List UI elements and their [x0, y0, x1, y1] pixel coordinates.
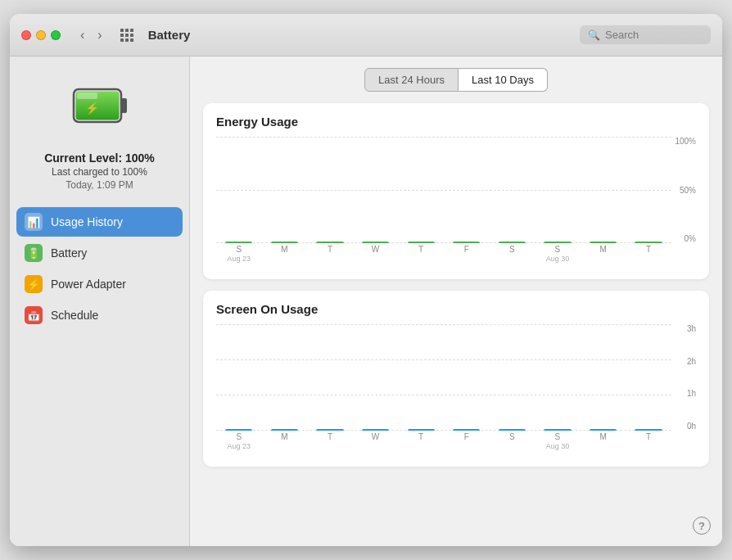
x-day-label: S: [555, 245, 561, 255]
y-label-100: 100%: [675, 137, 696, 146]
sidebar-nav: 📊 Usage History 🔋 Battery ⚡ Power Adapte…: [10, 207, 189, 330]
x-day-label: S: [509, 245, 515, 255]
close-button[interactable]: [21, 30, 31, 40]
x-label-group: M: [581, 243, 626, 268]
x-day-label: S: [236, 432, 242, 442]
grid-dot: [120, 38, 124, 42]
y-label-50: 50%: [680, 186, 696, 195]
battery-level-text: Current Level: 100%: [44, 151, 155, 165]
energy-chart-area: 100% 50% 0% SAug 23MTWTFSSAug 30MT: [216, 137, 696, 268]
x-label-group: W: [353, 431, 399, 455]
screen-chart-title: Screen On Usage: [216, 302, 696, 316]
x-day-label: S: [509, 432, 515, 442]
sidebar-item-label-usage-history: Usage History: [51, 215, 123, 228]
grid-dot: [120, 29, 124, 32]
traffic-lights: [21, 30, 61, 40]
x-day-label: T: [646, 245, 651, 255]
x-day-label: T: [418, 432, 423, 442]
x-day-label: W: [372, 245, 379, 255]
x-label-group: SAug 23: [216, 431, 262, 455]
svg-rect-3: [77, 93, 97, 99]
x-label-group: F: [444, 431, 490, 455]
x-day-label: M: [281, 432, 287, 442]
y-label-2h: 2h: [687, 357, 696, 366]
x-label-group: T: [307, 431, 353, 455]
x-day-label: F: [464, 245, 469, 255]
x-label-group: S: [490, 243, 535, 268]
sidebar-item-label-schedule: Schedule: [51, 309, 98, 322]
minimize-button[interactable]: [36, 30, 46, 40]
usage-history-icon: 📊: [25, 213, 43, 231]
maximize-button[interactable]: [51, 30, 61, 40]
x-label-group: S: [490, 431, 535, 455]
grid-dot: [130, 29, 133, 32]
screen-chart-area: 3h 2h 1h 0h SAug 23MTWTFSSAug 30MT: [216, 324, 696, 455]
content-area: ⚡ Current Level: 100% Last charged to 10…: [10, 56, 722, 546]
y-label-3h: 3h: [687, 324, 696, 333]
svg-rect-1: [121, 98, 127, 113]
y-label-0: 0%: [685, 234, 696, 243]
x-label-group: M: [262, 243, 308, 268]
energy-chart-title: Energy Usage: [216, 115, 696, 129]
x-day-label: S: [555, 432, 561, 442]
energy-usage-card: Energy Usage 100% 50% 0%: [203, 103, 709, 279]
grid-dot: [125, 29, 129, 32]
x-date-label: Aug 23: [228, 255, 251, 264]
screen-y-labels: 3h 2h 1h 0h: [687, 324, 696, 431]
y-label-0h: 0h: [687, 422, 696, 431]
tab-last-10-days[interactable]: Last 10 Days: [459, 68, 548, 92]
x-day-label: T: [646, 432, 651, 442]
main-panel: Last 24 Hours Last 10 Days Energy Usage: [190, 56, 722, 546]
grid-dot: [130, 38, 133, 42]
x-day-label: M: [281, 245, 287, 255]
y-label-1h: 1h: [687, 389, 696, 398]
battery-icon-wrapper: ⚡: [67, 73, 133, 138]
x-label-group: M: [581, 431, 626, 455]
battery-graphic: ⚡: [67, 73, 133, 138]
sidebar-item-power-adapter[interactable]: ⚡ Power Adapter: [16, 269, 183, 299]
x-label-group: SAug 30: [535, 431, 581, 455]
search-icon: 🔍: [588, 29, 600, 41]
x-day-label: T: [418, 245, 423, 255]
grid-dot: [125, 34, 129, 37]
search-bar[interactable]: 🔍: [580, 25, 711, 44]
battery-time-text: Today, 1:09 PM: [44, 179, 155, 191]
energy-y-labels: 100% 50% 0%: [675, 137, 696, 243]
nav-buttons: ‹ ›: [75, 26, 107, 44]
x-date-label: Aug 30: [546, 255, 570, 264]
help-button[interactable]: ?: [693, 517, 711, 535]
x-day-label: T: [328, 245, 332, 255]
main-panel-wrapper: Last 24 Hours Last 10 Days Energy Usage: [190, 56, 722, 546]
tab-bar: Last 24 Hours Last 10 Days: [203, 68, 709, 92]
x-day-label: F: [464, 432, 469, 442]
power-adapter-icon: ⚡: [25, 275, 43, 293]
window-title: Battery: [148, 28, 572, 42]
grid-dot: [125, 38, 129, 42]
sidebar-item-usage-history[interactable]: 📊 Usage History: [16, 207, 183, 237]
schedule-icon: 📅: [25, 306, 43, 324]
x-day-label: S: [236, 245, 242, 255]
sidebar-item-battery[interactable]: 🔋 Battery: [16, 238, 183, 268]
x-date-label: Aug 30: [546, 442, 570, 451]
search-input[interactable]: [605, 29, 703, 41]
x-day-label: W: [372, 432, 379, 442]
sidebar-item-schedule[interactable]: 📅 Schedule: [16, 300, 183, 330]
back-button[interactable]: ‹: [75, 26, 89, 44]
main-window: ‹ › Battery 🔍: [10, 14, 722, 546]
energy-bars: [216, 137, 671, 243]
titlebar: ‹ › Battery 🔍: [10, 14, 722, 56]
x-label-group: SAug 30: [535, 243, 581, 268]
grid-icon[interactable]: [120, 29, 133, 42]
battery-charged-text: Last charged to 100%: [44, 166, 155, 178]
x-label-group: T: [626, 431, 671, 455]
x-label-group: F: [444, 243, 490, 268]
tab-last-24-hours[interactable]: Last 24 Hours: [364, 68, 459, 92]
x-label-group: T: [398, 431, 444, 455]
forward-button[interactable]: ›: [93, 26, 106, 44]
x-label-group: W: [353, 243, 399, 268]
x-label-group: M: [262, 431, 308, 455]
battery-info: Current Level: 100% Last charged to 100%…: [44, 151, 155, 191]
screen-x-labels: SAug 23MTWTFSSAug 30MT: [216, 431, 671, 455]
sidebar-item-label-power-adapter: Power Adapter: [51, 278, 126, 291]
x-date-label: Aug 23: [228, 442, 251, 451]
